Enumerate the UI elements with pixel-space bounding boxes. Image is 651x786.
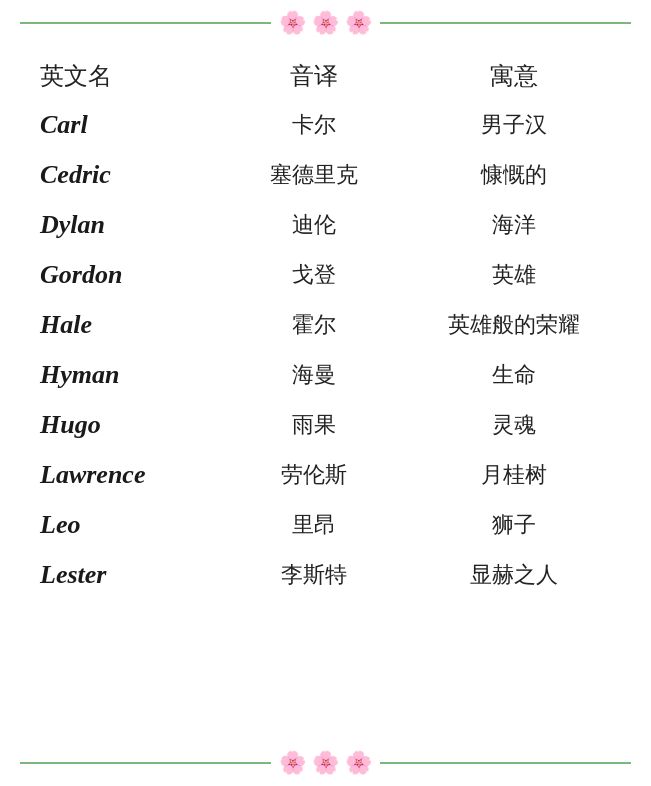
cell-phonetic: 雨果 bbox=[232, 400, 397, 450]
table-row: Lester李斯特显赫之人 bbox=[20, 550, 631, 600]
cell-phonetic: 卡尔 bbox=[232, 100, 397, 150]
cell-english: Cedric bbox=[20, 150, 232, 200]
cell-phonetic: 劳伦斯 bbox=[232, 450, 397, 500]
table-row: Cedric塞德里克慷慨的 bbox=[20, 150, 631, 200]
table-row: Lawrence劳伦斯月桂树 bbox=[20, 450, 631, 500]
page-container: 🌸 🌸 🌸 英文名 音译 寓意 Carl卡尔男子汉Cedric塞德里克慷慨的Dy… bbox=[0, 0, 651, 786]
cell-english: Lawrence bbox=[20, 450, 232, 500]
rose-icon-bottom-2: 🌸 bbox=[312, 752, 339, 774]
rose-icon-2: 🌸 bbox=[312, 12, 339, 34]
header-phonetic: 音译 bbox=[232, 50, 397, 100]
rose-group-top: 🌸 🌸 🌸 bbox=[279, 12, 372, 34]
table-row: Leo里昂狮子 bbox=[20, 500, 631, 550]
rose-group-bottom: 🌸 🌸 🌸 bbox=[279, 752, 372, 774]
cell-meaning: 灵魂 bbox=[396, 400, 631, 450]
table-row: Hyman海曼生命 bbox=[20, 350, 631, 400]
cell-english: Dylan bbox=[20, 200, 232, 250]
cell-english: Hugo bbox=[20, 400, 232, 450]
cell-meaning: 慷慨的 bbox=[396, 150, 631, 200]
cell-english: Gordon bbox=[20, 250, 232, 300]
table-body: Carl卡尔男子汉Cedric塞德里克慷慨的Dylan迪伦海洋Gordon戈登英… bbox=[20, 100, 631, 600]
table-row: Hugo雨果灵魂 bbox=[20, 400, 631, 450]
rose-icon-bottom-3: 🌸 bbox=[345, 752, 372, 774]
cell-phonetic: 李斯特 bbox=[232, 550, 397, 600]
cell-phonetic: 塞德里克 bbox=[232, 150, 397, 200]
rose-icon-3: 🌸 bbox=[345, 12, 372, 34]
cell-meaning: 海洋 bbox=[396, 200, 631, 250]
cell-phonetic: 迪伦 bbox=[232, 200, 397, 250]
cell-phonetic: 霍尔 bbox=[232, 300, 397, 350]
cell-english: Carl bbox=[20, 100, 232, 150]
cell-meaning: 显赫之人 bbox=[396, 550, 631, 600]
divider-line-right bbox=[380, 22, 631, 24]
header-english: 英文名 bbox=[20, 50, 232, 100]
cell-phonetic: 海曼 bbox=[232, 350, 397, 400]
top-divider: 🌸 🌸 🌸 bbox=[20, 12, 631, 34]
cell-meaning: 英雄 bbox=[396, 250, 631, 300]
cell-meaning: 月桂树 bbox=[396, 450, 631, 500]
cell-meaning: 生命 bbox=[396, 350, 631, 400]
cell-meaning: 男子汉 bbox=[396, 100, 631, 150]
cell-english: Hyman bbox=[20, 350, 232, 400]
cell-english: Lester bbox=[20, 550, 232, 600]
names-table: 英文名 音译 寓意 Carl卡尔男子汉Cedric塞德里克慷慨的Dylan迪伦海… bbox=[20, 50, 631, 600]
table-header-row: 英文名 音译 寓意 bbox=[20, 50, 631, 100]
divider-line-bottom-left bbox=[20, 762, 271, 764]
bottom-divider: 🌸 🌸 🌸 bbox=[20, 752, 631, 774]
divider-line-left bbox=[20, 22, 271, 24]
cell-english: Leo bbox=[20, 500, 232, 550]
cell-phonetic: 戈登 bbox=[232, 250, 397, 300]
cell-meaning: 英雄般的荣耀 bbox=[396, 300, 631, 350]
table-row: Gordon戈登英雄 bbox=[20, 250, 631, 300]
rose-icon-bottom-1: 🌸 bbox=[279, 752, 306, 774]
table-row: Dylan迪伦海洋 bbox=[20, 200, 631, 250]
cell-meaning: 狮子 bbox=[396, 500, 631, 550]
divider-line-bottom-right bbox=[380, 762, 631, 764]
cell-english: Hale bbox=[20, 300, 232, 350]
table-row: Hale霍尔英雄般的荣耀 bbox=[20, 300, 631, 350]
header-meaning: 寓意 bbox=[396, 50, 631, 100]
table-row: Carl卡尔男子汉 bbox=[20, 100, 631, 150]
cell-phonetic: 里昂 bbox=[232, 500, 397, 550]
rose-icon-1: 🌸 bbox=[279, 12, 306, 34]
